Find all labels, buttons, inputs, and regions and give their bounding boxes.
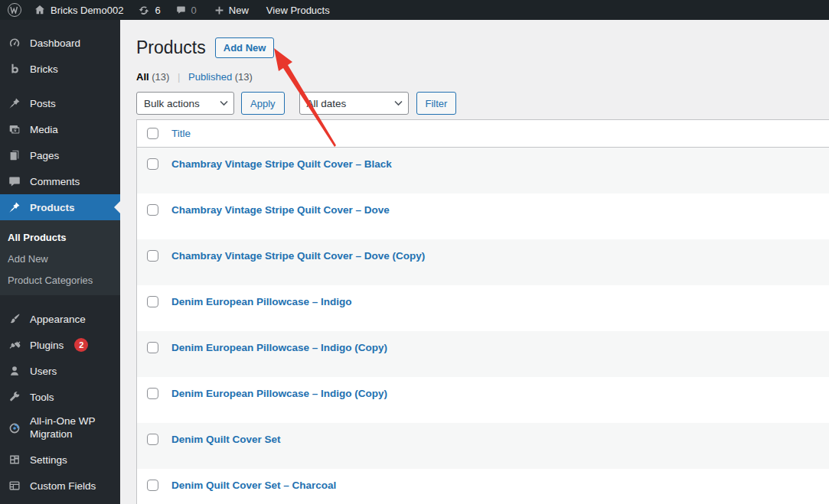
table-row: Chambray Vintage Stripe Quilt Cover – Do… — [137, 193, 829, 239]
updates-icon — [138, 5, 150, 16]
dates-filter-value: All dates — [307, 98, 347, 109]
add-new-button[interactable]: Add New — [215, 37, 275, 58]
bulk-actions-select[interactable]: Bulk actions — [136, 92, 234, 115]
apply-button[interactable]: Apply — [241, 92, 285, 115]
sidebar-item-appearance[interactable]: Appearance — [0, 306, 120, 332]
comments-count: 0 — [191, 5, 197, 16]
comments-menu-icon — [7, 174, 22, 189]
chevron-down-icon — [220, 101, 228, 106]
view-published-count: (13) — [235, 71, 253, 83]
admin-bar: Bricks Demo002 6 0 New View Products — [0, 0, 829, 20]
sidebar-item-products[interactable]: Products — [0, 194, 120, 220]
table-row: Chambray Vintage Stripe Quilt Cover – Do… — [137, 239, 829, 285]
product-title-link[interactable]: Denim Quilt Cover Set – Charcoal — [171, 480, 336, 491]
updates-count: 6 — [155, 5, 160, 16]
table-row: Denim European Pillowcase – Indigo — [137, 285, 829, 331]
view-all-link[interactable]: All — [136, 71, 149, 83]
home-icon — [34, 4, 46, 16]
row-checkbox[interactable] — [147, 158, 158, 170]
sidebar-item-settings[interactable]: Settings — [0, 447, 120, 473]
sidebar-item-label: Users — [30, 366, 57, 377]
product-title-link[interactable]: Denim European Pillowcase – Indigo — [171, 296, 352, 307]
products-table: Title Chambray Vintage Stripe Quilt Cove… — [136, 119, 829, 504]
product-title-link[interactable]: Chambray Vintage Stripe Quilt Cover – Do… — [171, 204, 390, 216]
sidebar-item-label: Comments — [30, 176, 80, 187]
settings-icon — [7, 452, 22, 467]
wordpress-menu[interactable] — [8, 3, 21, 17]
submenu-item-label: All Products — [8, 232, 67, 243]
sidebar-item-users[interactable]: Users — [0, 358, 120, 384]
bulk-actions-value: Bulk actions — [144, 98, 200, 109]
sidebar-item-label: Posts — [30, 98, 56, 109]
wordpress-logo-icon — [8, 3, 21, 17]
sidebar-item-label: Bricks — [30, 63, 58, 75]
table-header-row: Title — [137, 120, 829, 148]
row-checkbox[interactable] — [147, 342, 158, 353]
select-all-checkbox[interactable] — [147, 128, 158, 139]
product-title-link[interactable]: Chambray Vintage Stripe Quilt Cover – Bl… — [171, 158, 392, 170]
updates-menu[interactable]: 6 — [138, 5, 160, 16]
chevron-down-icon — [394, 101, 403, 106]
view-all-label: All — [136, 71, 149, 83]
sidebar-item-label: Custom Fields — [30, 480, 96, 492]
new-content-menu[interactable]: New — [214, 5, 249, 16]
views-separator: | — [178, 71, 180, 83]
submenu-item-all-products[interactable]: All Products — [0, 226, 120, 248]
sidebar-item-label: Plugins — [30, 340, 64, 351]
admin-sidebar: Dashboard Bricks Posts Media Pages Comme… — [0, 20, 120, 504]
media-icon — [7, 122, 22, 137]
sidebar-item-label: Pages — [30, 150, 59, 161]
products-icon — [7, 200, 22, 215]
sidebar-item-pages[interactable]: Pages — [0, 142, 120, 168]
product-title-link[interactable]: Denim Quilt Cover Set — [171, 434, 281, 445]
sidebar-item-comments[interactable]: Comments — [0, 168, 120, 194]
submenu-item-add-new[interactable]: Add New — [0, 248, 120, 269]
sidebar-item-label: Media — [30, 124, 58, 135]
table-row: Denim Quilt Cover Set — [137, 423, 829, 469]
products-submenu: All Products Add New Product Categories — [0, 220, 120, 295]
row-checkbox[interactable] — [147, 434, 158, 445]
sidebar-item-label: Appearance — [30, 314, 86, 325]
tools-icon — [7, 389, 22, 405]
site-name-label: Bricks Demo002 — [51, 5, 123, 16]
sidebar-item-label: Settings — [30, 454, 67, 466]
sidebar-item-tools[interactable]: Tools — [0, 384, 120, 410]
product-title-link[interactable]: Denim European Pillowcase – Indigo (Copy… — [171, 342, 387, 353]
migration-icon — [7, 421, 22, 436]
view-published-link[interactable]: Published — [188, 71, 232, 83]
sidebar-separator — [0, 82, 120, 90]
submenu-item-product-categories[interactable]: Product Categories — [0, 269, 120, 291]
page-title: Products — [136, 36, 206, 59]
title-column-header[interactable]: Title — [171, 128, 191, 139]
view-all-count: (13) — [152, 71, 169, 83]
filter-button[interactable]: Filter — [416, 92, 457, 115]
row-checkbox[interactable] — [147, 296, 158, 307]
sidebar-item-bricks[interactable]: Bricks — [0, 56, 120, 82]
plugins-icon — [7, 337, 22, 353]
row-checkbox[interactable] — [147, 388, 158, 399]
comments-menu[interactable]: 0 — [175, 5, 197, 16]
appearance-icon — [7, 311, 22, 327]
dates-filter-select[interactable]: All dates — [299, 92, 409, 115]
site-name-menu[interactable]: Bricks Demo002 — [34, 4, 123, 16]
sidebar-item-label: Dashboard — [30, 37, 80, 49]
table-row: Denim European Pillowcase – Indigo (Copy… — [137, 377, 829, 423]
sidebar-item-custom-fields[interactable]: Custom Fields — [0, 473, 120, 499]
sidebar-item-media[interactable]: Media — [0, 116, 120, 142]
sidebar-item-dashboard[interactable]: Dashboard — [0, 30, 120, 56]
sidebar-item-aio-wp-migration[interactable]: All-in-One WP Migration — [0, 410, 120, 447]
view-products-menu[interactable]: View Products — [266, 5, 330, 16]
table-row: Denim Quilt Cover Set – Charcoal — [137, 469, 829, 504]
plus-icon — [214, 5, 224, 15]
product-title-link[interactable]: Chambray Vintage Stripe Quilt Cover – Do… — [171, 250, 425, 262]
row-checkbox[interactable] — [147, 204, 158, 216]
list-views: All (13) | Published (13) — [120, 59, 829, 83]
row-checkbox[interactable] — [147, 480, 158, 491]
view-products-label: View Products — [266, 5, 330, 16]
product-title-link[interactable]: Denim European Pillowcase – Indigo (Copy… — [171, 388, 387, 399]
sidebar-item-posts[interactable]: Posts — [0, 90, 120, 116]
row-checkbox[interactable] — [147, 250, 158, 262]
custom-fields-icon — [7, 478, 22, 493]
sidebar-item-plugins[interactable]: Plugins 2 — [0, 332, 120, 358]
pages-icon — [7, 148, 22, 163]
